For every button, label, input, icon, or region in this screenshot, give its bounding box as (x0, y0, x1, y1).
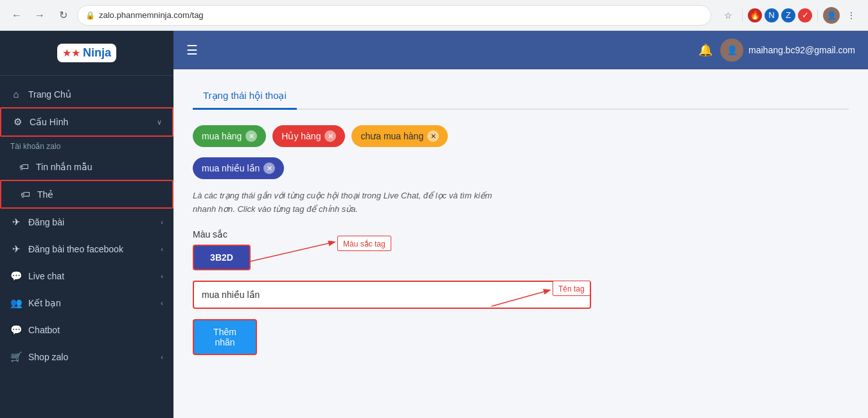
header-right: 🔔 👤 maihang.bc92@gmail.com (698, 39, 855, 62)
sidebar-item-chatbot[interactable]: 💬 Chatbot (0, 317, 173, 344)
sidebar-logo: ★★ Ninja (0, 31, 173, 76)
separator2 (817, 9, 818, 22)
lock-icon: 🔒 (85, 11, 95, 20)
browser-extensions: 🔥 N Z ✓ (748, 8, 812, 22)
tag-close-icon[interactable]: ✕ (324, 130, 336, 142)
chatbot-icon: 💬 (10, 324, 22, 336)
description-text: Là các trạng thái gắn với từng cuộc hội … (193, 189, 849, 216)
chat-icon: 💬 (10, 270, 22, 282)
color-field-label: Màu sắc (193, 229, 849, 239)
chevron-left-icon3: ‹ (161, 272, 163, 280)
sidebar-item-shop-zalo[interactable]: 🛒 Shop zalo ‹ (0, 344, 173, 370)
annotation-name-label: Tên tag (553, 281, 590, 296)
chevron-left-icon4: ‹ (161, 299, 163, 307)
add-tag-button[interactable]: Thêm nhãn (193, 319, 257, 355)
sidebar-item-dang-bai[interactable]: ✈ Đăng bài ‹ (0, 209, 173, 236)
tag-close-icon[interactable]: ✕ (245, 130, 257, 142)
sidebar-item-label: Chatbot (28, 325, 163, 335)
separator (742, 9, 743, 22)
sidebar-item-tin-nhan-mau[interactable]: 🏷 Tin nhắn mẫu (0, 153, 173, 180)
browser-chrome: ← → ↻ 🔒 zalo.phanmemninja.com/tag ☆ 🔥 N … (0, 0, 868, 31)
tag-close-icon[interactable]: ✕ (263, 162, 275, 174)
shop-icon: 🛒 (10, 351, 22, 363)
chevron-left-icon: ‹ (161, 218, 163, 226)
tags-row: mua hàng ✕ Hủy hàng ✕ chưa mua hàng ✕ (193, 125, 849, 147)
sidebar-item-label: Đăng bài (28, 217, 154, 227)
form-area: Màu sắc Màu sắc tag (193, 229, 849, 355)
reload-button[interactable]: ↻ (54, 6, 72, 24)
tag-name-input[interactable] (193, 281, 591, 309)
tab-bar: Trạng thái hội thoại (193, 82, 849, 110)
sidebar-item-label: Kết bạn (28, 298, 154, 308)
ext-icon-1[interactable]: 🔥 (748, 8, 762, 22)
sidebar-item-cau-hinh[interactable]: ⚙ Cấu Hình ∨ (0, 107, 173, 137)
tag-label: mua nhiều lần (202, 163, 260, 173)
nav-section-tai-khoan: Tài khoản zalo (0, 137, 173, 153)
sidebar: ★★ Ninja ⌂ Trang Chủ ⚙ Cấu Hình ∨ Tài kh… (0, 31, 173, 418)
top-header: ☰ 🔔 👤 maihang.bc92@gmail.com (173, 31, 868, 69)
logo-badge: ★★ Ninja (57, 44, 116, 62)
bell-icon[interactable]: 🔔 (698, 43, 713, 57)
chevron-left-icon2: ‹ (161, 245, 163, 253)
user-info: 👤 maihang.bc92@gmail.com (720, 39, 855, 62)
sidebar-item-label: Cấu Hình (30, 117, 150, 127)
ext-icon-2[interactable]: N (765, 8, 779, 22)
tag-mua-nhieu-lan[interactable]: mua nhiều lần ✕ (193, 157, 284, 179)
tags-row-2: mua nhiều lần ✕ (193, 157, 849, 179)
user-email: maihang.bc92@gmail.com (748, 45, 855, 55)
tab-trang-thai[interactable]: Trạng thái hội thoại (193, 83, 297, 110)
tag-label: Hủy hàng (281, 131, 321, 141)
tag-label: chưa mua hàng (360, 131, 423, 141)
tag-mua-hang[interactable]: mua hàng ✕ (193, 125, 266, 147)
menu-button[interactable]: ⋮ (842, 6, 860, 24)
chevron-left-icon5: ‹ (161, 353, 163, 361)
bookmark-button[interactable]: ☆ (719, 6, 737, 24)
hamburger-menu[interactable]: ☰ (186, 42, 198, 58)
tag-icon: 🏷 (18, 161, 30, 172)
logo-stars: ★★ (62, 47, 80, 59)
tag-icon-2: 🏷 (19, 189, 31, 200)
app-layout: ★★ Ninja ⌂ Trang Chủ ⚙ Cấu Hình ∨ Tài kh… (0, 31, 868, 418)
tag-close-icon[interactable]: ✕ (427, 130, 439, 142)
home-icon: ⌂ (10, 89, 22, 100)
ext-icon-3[interactable]: Z (781, 8, 795, 22)
chevron-down-icon: ∨ (157, 118, 162, 126)
sidebar-item-label: Live chat (28, 271, 154, 281)
browser-actions: ☆ 🔥 N Z ✓ 👤 ⋮ (719, 6, 860, 24)
user-avatar: 👤 (720, 39, 743, 62)
address-bar[interactable]: 🔒 zalo.phanmemninja.com/tag (77, 5, 711, 26)
sidebar-item-label: Shop zalo (28, 352, 154, 362)
sidebar-item-label: Thẻ (37, 189, 162, 200)
sidebar-item-the[interactable]: 🏷 Thẻ (0, 180, 173, 209)
sidebar-item-dang-bai-facebook[interactable]: ✈ Đăng bài theo facebook ‹ (0, 236, 173, 263)
logo-text: Ninja (83, 46, 111, 60)
main-content: Trạng thái hội thoại mua hàng ✕ Hủy hàng… (173, 69, 868, 418)
url-text: zalo.phanmemninja.com/tag (99, 10, 204, 20)
forward-button[interactable]: → (31, 6, 49, 24)
sidebar-item-trang-chu[interactable]: ⌂ Trang Chủ (0, 81, 173, 107)
tag-chua-mua-hang[interactable]: chưa mua hàng ✕ (351, 125, 448, 147)
sidebar-item-live-chat[interactable]: 💬 Live chat ‹ (0, 263, 173, 290)
sidebar-item-label: Đăng bài theo facebook (28, 244, 154, 254)
tag-label: mua hàng (202, 131, 242, 141)
sidebar-item-label: Trang Chủ (28, 89, 163, 100)
send-icon: ✈ (10, 216, 22, 228)
ext-icon-4[interactable]: ✓ (798, 8, 812, 22)
friends-icon: 👥 (10, 297, 22, 309)
color-input[interactable]: 3B2D (193, 245, 251, 270)
sidebar-item-ket-ban[interactable]: 👥 Kết bạn ‹ (0, 290, 173, 317)
tag-huy-hang[interactable]: Hủy hàng ✕ (272, 125, 345, 147)
user-avatar-chrome[interactable]: 👤 (823, 7, 840, 24)
sidebar-item-label: Tin nhắn mẫu (36, 162, 163, 172)
sidebar-nav: ⌂ Trang Chủ ⚙ Cấu Hình ∨ Tài khoản zalo … (0, 76, 173, 418)
back-button[interactable]: ← (8, 6, 26, 24)
gear-icon: ⚙ (12, 116, 23, 128)
send-icon-fb: ✈ (10, 243, 22, 255)
